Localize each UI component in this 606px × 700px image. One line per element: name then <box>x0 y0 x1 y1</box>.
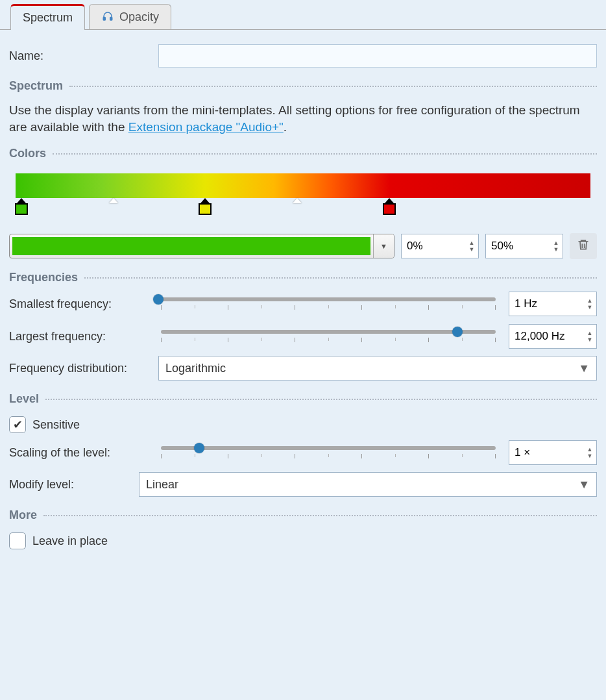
divider <box>43 515 597 516</box>
desc-prefix: Use the display variants from the mini-t… <box>9 103 580 134</box>
smallest-freq-spinbox[interactable]: ▲▼ <box>509 292 597 316</box>
chevron-down-icon: ▼ <box>578 362 590 375</box>
name-input[interactable] <box>158 44 597 68</box>
chevron-down-icon: ▼ <box>380 242 387 250</box>
color-stops <box>16 198 590 221</box>
color-stop[interactable] <box>382 198 396 215</box>
sensitive-checkbox[interactable] <box>9 416 26 433</box>
scaling-input[interactable] <box>509 441 583 464</box>
tab-opacity[interactable]: Opacity <box>89 4 171 29</box>
divider <box>84 277 597 279</box>
svg-rect-1 <box>110 17 112 20</box>
modify-level-select[interactable]: Linear ▼ <box>139 472 597 497</box>
leave-in-place-checkbox[interactable] <box>9 532 26 549</box>
spin-arrows[interactable]: ▲▼ <box>583 292 596 316</box>
color-offset1-input[interactable] <box>402 234 465 258</box>
tab-opacity-label: Opacity <box>119 10 159 24</box>
scaling-label: Scaling of the level: <box>9 446 158 460</box>
color-offset2-spinbox[interactable]: ▲▼ <box>485 234 563 258</box>
smallest-freq-label: Smallest frequency: <box>9 297 158 311</box>
tab-spectrum[interactable]: Spectrum <box>10 4 85 30</box>
section-colors-header: Colors <box>9 147 46 160</box>
color-stop[interactable] <box>106 198 121 203</box>
delete-color-button[interactable] <box>570 233 597 259</box>
color-picker[interactable]: ▼ <box>9 234 394 258</box>
section-frequencies-header: Frequencies <box>9 271 78 284</box>
color-gradient-bar[interactable] <box>16 173 590 198</box>
color-stop[interactable] <box>290 198 304 203</box>
modify-level-value: Linear <box>146 478 178 492</box>
name-label: Name: <box>9 49 158 63</box>
divider <box>45 399 597 400</box>
spin-arrows[interactable]: ▲▼ <box>465 234 478 258</box>
scaling-spinbox[interactable]: ▲▼ <box>509 440 597 465</box>
section-level-header: Level <box>9 392 39 406</box>
largest-freq-slider[interactable] <box>158 323 498 349</box>
largest-freq-label: Largest frequency: <box>9 330 158 344</box>
desc-suffix: . <box>284 120 287 134</box>
spin-arrows[interactable]: ▲▼ <box>583 325 596 348</box>
modify-level-label: Modify level: <box>9 478 139 492</box>
largest-freq-input[interactable] <box>509 325 583 348</box>
scaling-slider[interactable] <box>158 440 498 466</box>
freq-dist-label: Frequency distribution: <box>9 362 158 375</box>
largest-freq-spinbox[interactable]: ▲▼ <box>509 324 597 349</box>
color-swatch <box>12 237 370 255</box>
color-dropdown-button[interactable]: ▼ <box>373 234 394 258</box>
spin-arrows[interactable]: ▲▼ <box>550 234 563 258</box>
color-offset1-spinbox[interactable]: ▲▼ <box>401 234 479 258</box>
divider <box>69 86 597 87</box>
section-more-header: More <box>9 508 37 522</box>
section-spectrum-header: Spectrum <box>9 79 63 93</box>
tab-spectrum-label: Spectrum <box>23 11 73 25</box>
smallest-freq-input[interactable] <box>509 292 583 316</box>
spectrum-description: Use the display variants from the mini-t… <box>9 102 597 135</box>
smallest-freq-slider[interactable] <box>158 291 498 317</box>
spin-arrows[interactable]: ▲▼ <box>583 441 596 464</box>
svg-rect-0 <box>103 17 105 20</box>
tabs: Spectrum Opacity <box>0 0 606 30</box>
color-stop[interactable] <box>14 198 29 215</box>
headphones-icon <box>101 10 114 24</box>
chevron-down-icon: ▼ <box>578 478 590 492</box>
freq-dist-select[interactable]: Logarithmic ▼ <box>158 356 597 381</box>
color-offset2-input[interactable] <box>486 234 550 258</box>
leave-in-place-label: Leave in place <box>32 534 108 548</box>
freq-dist-value: Logarithmic <box>165 362 226 375</box>
sensitive-label: Sensitive <box>32 418 80 432</box>
trash-icon <box>577 238 590 255</box>
extension-link[interactable]: Extension package "Audio+" <box>128 120 284 134</box>
divider <box>53 153 597 155</box>
color-stop[interactable] <box>198 198 212 215</box>
